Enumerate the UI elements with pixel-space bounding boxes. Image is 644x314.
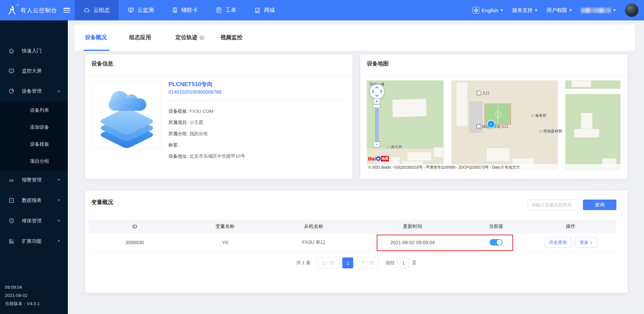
map-label-entrance: →入口 xyxy=(477,91,490,96)
device-field-address: 设备地址:北京市东城区中华路甲10号 xyxy=(168,153,245,159)
hamburger-menu-icon[interactable] xyxy=(63,8,70,13)
sidebar-item-quick-start[interactable]: 快速入门 xyxy=(0,43,68,59)
sidebar-item-maintenance[interactable]: 维保管理 ▼ xyxy=(0,213,68,229)
cloud-icon xyxy=(84,7,90,14)
next-page-button[interactable]: 下一页 xyxy=(356,257,379,268)
device-id-link[interactable]: 01401020100900006766 xyxy=(168,89,222,95)
sidebar-subitem-add-device[interactable]: 添加设备 xyxy=(0,119,68,136)
sim-card-icon xyxy=(171,7,178,14)
sidebar-item-monitor-screen[interactable]: 监控大屏 xyxy=(0,63,68,79)
sidebar-item-data-report[interactable]: 数据报表 ▼ xyxy=(0,192,68,208)
top-right-controls: English ▼ 服务支持 ▼ 用户权限 ▼ ▼ xyxy=(473,0,639,20)
top-menu: 云组态 云监测 物联卡 工单 商城 xyxy=(75,0,284,20)
field-label: 设备地址: xyxy=(168,154,188,159)
poi-dot-icon xyxy=(387,145,390,148)
sidebar-subitem-project-group[interactable]: 项目分组 xyxy=(0,153,68,170)
device-location-marker[interactable]: ✓ xyxy=(487,120,495,128)
cell-id: 3098830 xyxy=(89,240,181,245)
pan-left-icon[interactable] xyxy=(372,90,375,93)
chevron-down-icon: ▼ xyxy=(534,9,538,12)
chevron-down-icon: ▼ xyxy=(57,239,60,243)
chevron-down-icon: ▼ xyxy=(57,199,60,202)
active-tab-underline xyxy=(84,50,109,51)
table-header-row: ID 变量名称 从机名称 更新时间 当前值 操作 xyxy=(89,220,616,233)
device-info-card: 设备信息 PLCNET510专向 01401020100900006766 设备… xyxy=(85,54,353,179)
search-button[interactable]: 查询 xyxy=(583,200,616,210)
topnav-item-cloud-monitor[interactable]: 云监测 xyxy=(119,0,163,20)
sidebar-item-device-management[interactable]: 设备管理 ▲ xyxy=(0,83,68,99)
topnav-item-iot-card[interactable]: 物联卡 xyxy=(163,0,207,20)
map-label-service: 服务部 xyxy=(531,113,546,118)
value-toggle-on[interactable] xyxy=(490,239,503,246)
device-field-group: 所属分组:我的分组 xyxy=(168,131,208,137)
field-label: 标签: xyxy=(168,142,179,147)
zoom-out-button[interactable]: − xyxy=(373,142,380,147)
tab-location-track[interactable]: 定位轨迹 ? xyxy=(176,25,204,51)
map-pan-control[interactable] xyxy=(370,84,385,99)
pan-down-icon[interactable] xyxy=(375,94,379,97)
map-road xyxy=(565,89,620,94)
pan-up-icon[interactable] xyxy=(375,87,379,90)
brand-title: 有人云控制台 xyxy=(20,6,57,14)
home-icon xyxy=(8,48,15,54)
main-content: 设备概况 组态应用 定位轨迹 ? 视频监控 设备信息 PLCNET510专向 0 xyxy=(68,20,644,314)
history-query-button[interactable]: 历史查询 xyxy=(544,237,571,248)
grid-apps-icon xyxy=(8,238,15,245)
divider xyxy=(85,76,353,76)
device-info-title: 设备信息 xyxy=(91,60,113,67)
sidebar-item-extensions[interactable]: 扩展功能 ▼ xyxy=(0,233,68,249)
map-building xyxy=(571,80,591,87)
cell-name: Y0 xyxy=(181,240,269,245)
avatar[interactable] xyxy=(625,3,639,17)
permission-dropdown[interactable]: 用户权限 ▼ xyxy=(546,7,572,14)
support-label: 服务支持 xyxy=(512,7,533,14)
topnav-item-label: 云监测 xyxy=(137,7,154,14)
map-attribution: © 2021 Baidu - GS(2019)5218号 - 甲测资字11009… xyxy=(367,164,620,170)
pan-right-icon[interactable] xyxy=(379,90,383,93)
baidu-paw-icon xyxy=(376,156,380,161)
device-image xyxy=(93,82,161,149)
tab-scada-app[interactable]: 组态应用 xyxy=(129,25,151,51)
sidebar-item-label: 数据报表 xyxy=(22,197,42,204)
topnav-item-work-order[interactable]: 工单 xyxy=(207,0,245,20)
entrance-icon: → xyxy=(477,124,481,129)
globe-icon xyxy=(473,7,479,14)
prev-page-button[interactable]: 上一页 xyxy=(316,257,339,268)
topnav-item-cloud-scada[interactable]: 云组态 xyxy=(75,0,119,20)
sidebar-item-alarm-management[interactable]: 报警管理 ▼ xyxy=(0,172,68,188)
sidebar-item-label: 维保管理 xyxy=(22,218,42,224)
cell-updated-time: 2021-08-02 09:09:04 xyxy=(358,240,467,245)
zoom-in-button[interactable]: + xyxy=(373,99,380,104)
more-button[interactable]: 更多∨ xyxy=(575,237,597,248)
support-dropdown[interactable]: 服务支持 ▼ xyxy=(512,7,538,14)
map-building xyxy=(574,129,599,138)
goto-page-input[interactable] xyxy=(398,258,409,268)
cell-actions: 历史查询 更多∨ xyxy=(525,237,616,248)
field-label: 所属分组: xyxy=(168,131,188,136)
variable-search-input[interactable] xyxy=(528,200,582,210)
monitor-pulse-icon xyxy=(128,7,134,14)
tab-video-monitor[interactable]: 视频监控 xyxy=(221,25,242,51)
language-dropdown[interactable]: English ▼ xyxy=(473,7,503,14)
account-dropdown[interactable]: ▼ xyxy=(581,8,616,13)
table-row: 3098830 Y0 FX3U 串口 2021-08-02 09:09:04 历… xyxy=(89,233,616,252)
sidebar-subitem-device-template[interactable]: 设备模板 xyxy=(0,136,68,153)
map-road xyxy=(444,80,451,170)
chevron-up-icon: ▲ xyxy=(57,89,60,93)
zoom-slider-track[interactable] xyxy=(375,108,378,142)
storefront-icon xyxy=(254,7,261,14)
baidu-map[interactable]: 孙中山像 →入口 →城楼检票处入口 ✓ 服务部 照相器材部 派出所 + − xyxy=(367,80,620,170)
device-name-link[interactable]: PLCNET510专向 xyxy=(168,80,213,88)
topnav-item-mall[interactable]: 商城 xyxy=(245,0,284,20)
zoom-slider-knob[interactable] xyxy=(373,104,380,108)
usr-person-logo-icon: ® xyxy=(7,5,17,15)
help-icon[interactable]: ? xyxy=(199,35,204,40)
cell-slave: FX3U 串口 xyxy=(269,239,358,246)
page-number-1[interactable]: 1 xyxy=(342,257,353,268)
divider xyxy=(360,76,628,76)
sidebar-subitem-device-list[interactable]: 设备列表 xyxy=(0,101,68,119)
map-building xyxy=(407,152,432,161)
brand[interactable]: ® 有人云控制台 xyxy=(7,0,70,20)
tab-device-overview[interactable]: 设备概况 xyxy=(85,25,107,51)
poi-dot-icon xyxy=(539,130,542,133)
